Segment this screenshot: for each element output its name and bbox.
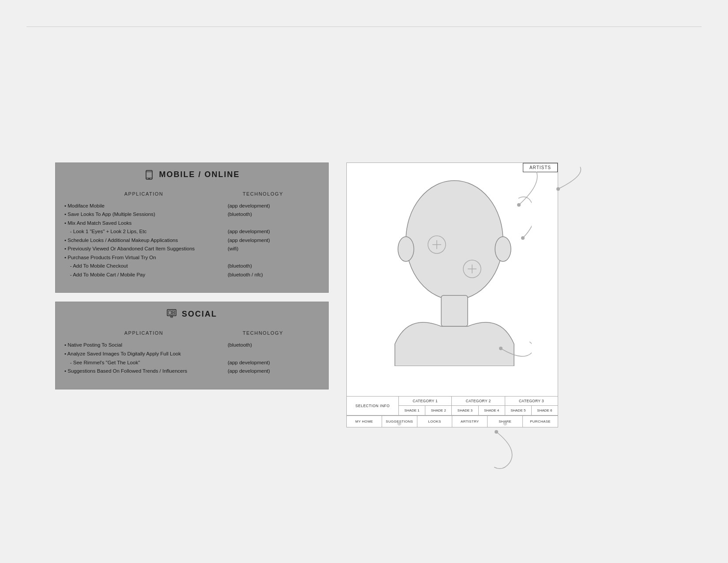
svg-rect-3 — [148, 178, 150, 179]
shade-6-cell[interactable]: SHADE 6 — [532, 406, 558, 415]
social-app-col: APPLICATION • Native Posting To Social •… — [64, 330, 223, 375]
mobile-item-4: - Look 1 "Eyes" + Look 2 Lips, Etc — [64, 227, 223, 236]
left-column: MOBILE / ONLINE APPLICATION • Modiface M… — [55, 162, 329, 427]
shade-4-cell[interactable]: SHADE 4 — [479, 406, 505, 415]
svg-rect-6 — [172, 311, 175, 312]
social-panel: SOCIAL APPLICATION • Native Posting To S… — [55, 302, 329, 389]
nav-share[interactable]: SHARE ⊕ — [488, 416, 523, 427]
nav-row: MY HOME SUGGESTIONS ⊕ LOOKS ARTISTRY — [347, 416, 558, 427]
face-area — [347, 163, 558, 379]
mobile-tech-header: TECHNOLOGY — [228, 191, 298, 196]
page-container: MOBILE / ONLINE APPLICATION • Modiface M… — [0, 0, 728, 563]
social-tech-1: (bluetooth) — [228, 341, 298, 350]
svg-rect-13 — [441, 295, 468, 326]
mobile-item-7: • Purchase Products From Virtual Try On — [64, 253, 223, 262]
mobile-panel-header: MOBILE / ONLINE — [56, 163, 328, 187]
svg-point-20 — [521, 236, 525, 240]
social-tech-3: (app development) — [228, 359, 298, 367]
svg-rect-7 — [172, 313, 175, 314]
mobile-panel-title: MOBILE / ONLINE — [159, 170, 240, 179]
nav-suggestions[interactable]: SUGGESTIONS ⊕ — [382, 416, 417, 427]
social-tech-header: TECHNOLOGY — [228, 330, 298, 336]
mobile-tech-3 — [228, 219, 298, 228]
social-icon — [167, 309, 176, 319]
main-content: MOBILE / ONLINE APPLICATION • Modiface M… — [55, 162, 673, 427]
svg-point-21 — [499, 347, 503, 350]
category-headers: CATEGORY 1 CATEGORY 2 CATEGORY 3 — [399, 397, 558, 406]
mobile-app-col: APPLICATION • Modiface Mobile • Save Loo… — [64, 191, 223, 280]
svg-rect-9 — [171, 316, 173, 317]
social-tech-2 — [228, 350, 298, 359]
shade-1-cell[interactable]: SHADE 1 — [399, 406, 425, 415]
shade-2-cell[interactable]: SHADE 2 — [425, 406, 452, 415]
social-app-header: APPLICATION — [64, 330, 223, 336]
shade-row: SHADE 1 SHADE 2 SHADE 3 SHADE 4 — [399, 406, 558, 415]
mobile-tech-6: (wifi) — [228, 245, 298, 253]
social-item-2: • Analyze Saved Images To Digitally Appl… — [64, 350, 223, 359]
selection-info-cell: SELECTION INFO — [347, 397, 399, 415]
social-panel-header: SOCIAL — [56, 302, 328, 326]
phone-mockup: ARTISTS — [346, 162, 558, 427]
nav-my-home[interactable]: MY HOME — [347, 416, 382, 427]
social-tech-4: (app development) — [228, 367, 298, 376]
social-tech-col: TECHNOLOGY (bluetooth) (app development)… — [228, 330, 298, 375]
mobile-item-3: • Mix And Match Saved Looks — [64, 219, 223, 228]
social-panel-body: APPLICATION • Native Posting To Social •… — [56, 326, 328, 375]
category-1-header: CATEGORY 1 — [399, 397, 452, 405]
categories-shades: CATEGORY 1 CATEGORY 2 CATEGORY 3 — [399, 397, 558, 415]
shade-3-cell[interactable]: SHADE 3 — [452, 406, 478, 415]
category-3-header: CATEGORY 3 — [505, 397, 558, 405]
mobile-item-6: • Previously Viewed Or Abandoned Cart It… — [64, 245, 223, 253]
mobile-item-8: - Add To Mobile Checkout — [64, 262, 223, 271]
category-2-header: CATEGORY 2 — [452, 397, 505, 405]
mobile-item-1: • Modiface Mobile — [64, 202, 223, 211]
mobile-panel-body: APPLICATION • Modiface Mobile • Save Loo… — [56, 187, 328, 280]
social-item-3: - See Rimmel's "Get The Look" — [64, 359, 223, 367]
mobile-tech-7 — [228, 253, 298, 262]
mobile-icon — [144, 170, 154, 180]
top-rule — [26, 26, 702, 27]
mobile-tech-col: TECHNOLOGY (app development) (bluetooth)… — [228, 191, 298, 280]
svg-point-24 — [495, 430, 498, 434]
selection-info-label: SELECTION INFO — [356, 404, 390, 408]
svg-point-10 — [406, 181, 503, 300]
svg-rect-5 — [169, 311, 171, 314]
face-silhouette — [373, 176, 532, 366]
mobile-item-9: - Add To Mobile Cart / Mobile Pay — [64, 271, 223, 280]
mobile-tech-4: (app development) — [228, 227, 298, 236]
nav-artistry[interactable]: ARTISTRY — [452, 416, 488, 427]
mobile-tech-8: (bluetooth) — [228, 262, 298, 271]
mobile-item-2: • Save Looks To App (Multiple Sessions) — [64, 210, 223, 219]
svg-point-11 — [398, 237, 414, 261]
right-column: ARTISTS — [346, 162, 558, 427]
mobile-tech-5: (app development) — [228, 236, 298, 245]
social-item-1: • Native Posting To Social — [64, 341, 223, 350]
nav-purchase[interactable]: PURCHASE — [523, 416, 558, 427]
category-shade-area: SELECTION INFO CATEGORY 1 CATEGORY 2 — [347, 396, 558, 416]
mobile-online-panel: MOBILE / ONLINE APPLICATION • Modiface M… — [55, 162, 329, 293]
phone-bottom: SELECTION INFO CATEGORY 1 CATEGORY 2 — [347, 396, 558, 427]
shade-5-cell[interactable]: SHADE 5 — [505, 406, 532, 415]
mobile-tech-9: (bluetooth / nfc) — [228, 271, 298, 280]
mobile-tech-1: (app development) — [228, 202, 298, 211]
mobile-item-5: • Schedule Looks / Additional Makeup App… — [64, 236, 223, 245]
svg-point-12 — [495, 237, 511, 261]
social-panel-title: SOCIAL — [182, 310, 217, 319]
social-item-4: • Suggestions Based On Followed Trends /… — [64, 367, 223, 376]
mobile-app-header: APPLICATION — [64, 191, 223, 196]
nav-looks[interactable]: LOOKS — [417, 416, 453, 427]
mobile-tech-2: (bluetooth) — [228, 210, 298, 219]
